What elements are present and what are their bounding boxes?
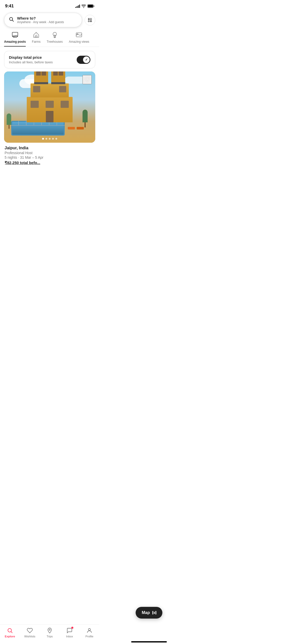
search-bar[interactable]: Where to? Anywhere · Any week · Add gues… [4, 13, 82, 27]
category-label-farms: Farms [32, 40, 40, 43]
svg-rect-1 [88, 5, 93, 7]
svg-point-19 [53, 32, 57, 36]
listing-location: Jaipur, India [5, 146, 95, 150]
search-title: Where to? [17, 16, 64, 20]
listing-card[interactable]: ♡ Jaipur, India Professional Host 5 nigh… [4, 71, 95, 166]
listing-dates: 5 nights · 31 Mar – 5 Apr [5, 155, 95, 159]
svg-line-16 [16, 36, 18, 37]
category-tabs: Amazing pools Farms Treehouses [0, 30, 99, 47]
pools-icon [11, 31, 19, 38]
price-subtitle: Includes all fees, before taxes [9, 60, 53, 64]
listing-host: Professional Host [5, 151, 95, 155]
category-label-treehouses: Treehouses [47, 40, 63, 43]
listing-image: ♡ [4, 71, 95, 143]
status-time: 9:41 [5, 4, 14, 9]
category-label-pools: Amazing pools [4, 40, 26, 43]
price-title: Display total price [9, 55, 53, 60]
svg-point-2 [10, 18, 13, 21]
carousel-dot-4[interactable] [52, 138, 54, 140]
status-icons [75, 4, 94, 8]
property-photo [4, 71, 95, 143]
status-bar: 9:41 [0, 0, 99, 11]
category-item-views[interactable]: Amazing views [69, 31, 89, 47]
signal-icon [75, 4, 80, 8]
views-icon [75, 31, 83, 38]
price-toggle-card: Display total price Includes all fees, b… [4, 51, 95, 68]
carousel-dot-3[interactable] [49, 138, 51, 140]
listing-price-value: ₹82,250 total befo... [5, 160, 40, 165]
wishlist-button[interactable]: ♡ [83, 75, 92, 84]
search-icon [9, 17, 14, 23]
carousel-dot-1[interactable] [42, 138, 44, 140]
category-item-treehouses[interactable]: Treehouses [47, 31, 63, 47]
carousel-dot-5[interactable] [56, 138, 57, 140]
battery-icon [87, 4, 94, 8]
carousel-dots [42, 138, 57, 140]
svg-rect-13 [12, 32, 18, 36]
treehouses-icon [51, 31, 58, 38]
category-label-views: Amazing views [69, 40, 89, 43]
svg-point-24 [77, 34, 78, 35]
search-text: Where to? Anywhere · Any week · Add gues… [17, 16, 64, 24]
carousel-dot-2[interactable] [46, 138, 47, 140]
search-container: Where to? Anywhere · Any week · Add gues… [0, 11, 99, 30]
heart-icon: ♡ [84, 76, 90, 84]
category-item-farms[interactable]: Farms [32, 31, 40, 47]
farms-icon [33, 31, 40, 38]
wifi-icon [82, 5, 86, 8]
category-item-pools[interactable]: Amazing pools [4, 31, 26, 47]
price-toggle-switch[interactable] [77, 56, 90, 64]
search-subtitle: Anywhere · Any week · Add guests [17, 20, 64, 24]
filter-button[interactable] [85, 15, 95, 25]
listing-info: Jaipur, India Professional Host 5 nights… [4, 143, 95, 166]
price-toggle-text: Display total price Includes all fees, b… [9, 55, 53, 64]
filter-icon [88, 18, 92, 22]
toggle-knob [83, 56, 90, 63]
listing-price: ₹82,250 total befo... [5, 160, 95, 165]
